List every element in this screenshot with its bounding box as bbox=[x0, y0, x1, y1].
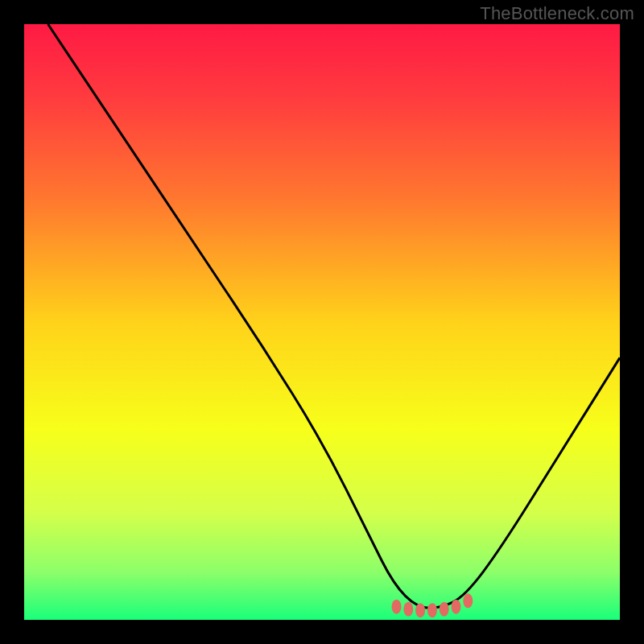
watermark-text: TheBottleneck.com bbox=[480, 3, 634, 24]
gradient-background bbox=[24, 24, 620, 620]
chart-frame bbox=[24, 24, 620, 620]
